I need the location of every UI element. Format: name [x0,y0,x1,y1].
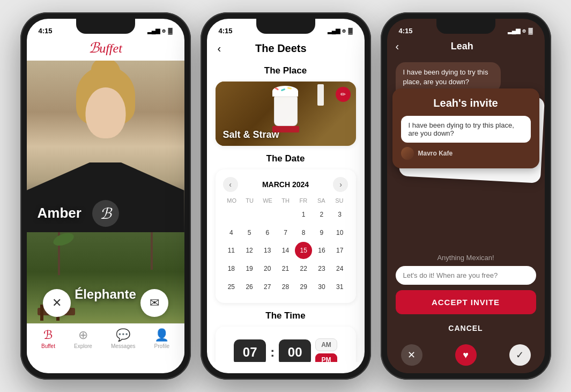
cancel-button[interactable]: CANCEL [396,319,536,338]
check-action-button[interactable]: ✓ [509,344,531,366]
cal-day [223,206,240,223]
invite-card-title: Leah's invite [401,97,531,109]
cal-sa: SA [313,197,330,204]
cal-day-3[interactable]: 3 [331,206,348,223]
invite-message-text: I have been dying to try this place, are… [409,121,514,137]
anything-mexican-label: Anything Mexican! [396,254,536,262]
cal-day-9[interactable]: 9 [313,224,330,241]
message-button[interactable]: ✉ [140,289,168,317]
wifi-icon-1: ⌾ [162,27,166,34]
profile-name-overlay: Amber [38,205,81,221]
cal-day-12[interactable]: 12 [241,242,258,259]
buffet-logo: ℬuffet [27,39,184,56]
cal-day-22[interactable]: 22 [295,260,312,277]
chat-message-1: I have been dying to try this place, are… [403,68,488,86]
cal-day-5[interactable]: 5 [241,224,258,241]
cal-day-11[interactable]: 11 [223,242,240,259]
cal-day-27[interactable]: 27 [259,278,276,295]
time-hour[interactable]: 07 [234,339,266,362]
cal-day-24[interactable]: 24 [331,260,348,277]
profile-icon: 👤 [154,328,169,342]
cal-day-25[interactable]: 25 [223,278,240,295]
logo-divider: ℬ [92,200,119,227]
cal-prev-button[interactable]: ‹ [223,177,238,192]
cal-day-4[interactable]: 4 [223,224,240,241]
cal-day-23[interactable]: 23 [313,260,330,277]
cal-day-31[interactable]: 31 [331,278,348,295]
cal-day-20[interactable]: 20 [259,260,276,277]
cal-grid: 1 2 3 4 5 6 7 8 9 10 11 12 13 [223,206,348,295]
cal-day-6[interactable]: 6 [259,224,276,241]
cal-day-19[interactable]: 19 [241,260,258,277]
heart-icon: ♥ [463,350,469,361]
status-time-3: 4:15 [399,27,413,35]
messages-icon: 💬 [116,328,130,342]
signal-icon-2: ▂▄▆ [328,27,340,34]
time-minute[interactable]: 00 [279,339,311,362]
status-time-2: 4:15 [219,27,233,35]
cup-visual [272,86,299,132]
cal-day-18[interactable]: 18 [223,260,240,277]
cal-day-16[interactable]: 16 [313,242,330,259]
nav-profile[interactable]: 👤 Profile [154,328,169,349]
nav-messages[interactable]: 💬 Messages [111,328,136,349]
phone-1-screen: 4:15 ▂▄▆ ⌾ ▓ ℬuffet [27,19,184,373]
nav-buffet-label: Buffet [41,343,55,349]
cal-day-10[interactable]: 10 [331,224,348,241]
cal-day-30[interactable]: 30 [313,278,330,295]
chat-input[interactable] [396,266,536,285]
back-button[interactable]: ‹ [216,40,224,57]
phone-3-screen: 4:15 ▂▄▆ ⌾ ▓ ‹ Leah I have been dying to… [387,19,545,373]
cal-header: ‹ MARCH 2024 › [223,177,348,192]
cal-fr: FR [294,197,312,204]
cal-day [277,206,294,223]
accept-invite-button[interactable]: ACCEPT INVITE [396,290,536,314]
cal-day-29[interactable]: 29 [295,278,312,295]
cal-mo: MO [223,197,241,204]
dismiss-button[interactable]: ✕ [43,289,71,317]
dismiss-action-button[interactable]: ✕ [401,344,422,366]
phones-container: 4:15 ▂▄▆ ⌾ ▓ ℬuffet [10,2,562,390]
like-action-button[interactable]: ♥ [455,344,477,366]
wifi-icon-2: ⌾ [342,27,346,34]
chat-bubble-other: I have been dying to try this place, are… [396,62,501,92]
edit-badge[interactable]: ✏ [336,87,351,102]
chat-input-row [396,266,536,285]
cal-tu: TU [241,197,258,204]
cal-day-26[interactable]: 26 [241,278,258,295]
nav-buffet[interactable]: ℬ Buffet [41,328,55,349]
cal-day-13[interactable]: 13 [259,242,276,259]
cal-day [241,206,258,223]
cal-day-28[interactable]: 28 [277,278,294,295]
date-section-title: The Date [216,153,356,164]
cal-next-button[interactable]: › [333,177,348,192]
x-icon: ✕ [407,349,416,361]
cal-day-15[interactable]: 15 [295,242,312,259]
time-display: 07 : 00 AM PM [223,338,348,362]
cal-day-17[interactable]: 17 [331,242,348,259]
invite-sender: Mavro Kafe [401,147,531,160]
notch-2 [256,19,315,34]
deets-content: The Place [207,61,365,362]
cal-day-7[interactable]: 7 [277,224,294,241]
status-icons-1: ▂▄▆ ⌾ ▓ [147,27,173,34]
cal-day-1[interactable]: 1 [295,206,312,223]
pm-button[interactable]: PM [315,353,337,362]
sender-name: Mavro Kafe [418,150,453,157]
deets-title: The Deets [223,42,338,55]
nav-explore[interactable]: ⊕ Explore [74,328,92,349]
cal-day-14[interactable]: 14 [277,242,294,259]
cal-day-8[interactable]: 8 [295,224,312,241]
cal-month: MARCH 2024 [262,180,309,189]
cal-day-2[interactable]: 2 [313,206,330,223]
am-button[interactable]: AM [315,338,337,351]
phone-2: 4:15 ▂▄▆ ⌾ ▓ ‹ The Deets The Place [201,12,371,380]
chat-title: Leah [403,41,521,52]
phone-1: 4:15 ▂▄▆ ⌾ ▓ ℬuffet [20,12,191,380]
cal-day-21[interactable]: 21 [277,260,294,277]
signal-icon-1: ▂▄▆ [147,27,160,34]
action-buttons: ✕ ✉ [27,289,184,317]
cal-we: WE [258,197,276,204]
sender-avatar [401,147,414,160]
chat-back-button[interactable]: ‹ [396,40,399,53]
